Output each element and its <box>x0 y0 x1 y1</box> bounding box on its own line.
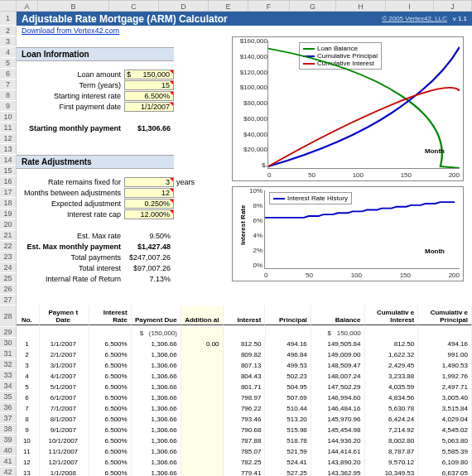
value-irr: 7.13% <box>124 275 174 283</box>
input-first_date[interactable]: 1/1/2007 <box>124 102 174 112</box>
column-headers: A B C D E F G H I J <box>0 0 472 12</box>
version-label: v 1.1 <box>453 15 467 22</box>
input-term[interactable]: 15 <box>124 80 174 90</box>
input-start_rate[interactable]: 6.500% <box>124 91 174 101</box>
input-fixed[interactable]: 3 <box>124 177 174 187</box>
value-start_pmt: $1,306.66 <box>124 124 174 132</box>
app-title: Adjustable Rate Mortgage (ARM) Calculato… <box>22 13 228 25</box>
balance-chart: Loan Balance Cumulative Principal Cumula… <box>232 36 464 181</box>
spreadsheet: A B C D E F G H I J 1 Adjustable Rate Mo… <box>0 0 472 476</box>
schedule-row: 131/1/20086.500%1,306.66 779.41527.25143… <box>17 467 472 476</box>
input-months[interactable]: 12 <box>124 188 174 198</box>
value-totint: $97,007.26 <box>124 264 174 272</box>
title-bar: Adjustable Rate Mortgage (ARM) Calculato… <box>17 12 472 26</box>
value-totpmt: $247,007.26 <box>124 253 174 262</box>
value-maxrate: 9.50% <box>124 232 174 240</box>
schedule-header: No. Paymen t Date Interest Rate Payment … <box>17 305 472 325</box>
rate-history-chart: Interest Rate History Interest Rate 10%8… <box>232 186 464 281</box>
input-amount[interactable]: $150,000 <box>124 70 174 79</box>
input-expected[interactable]: 0.250% <box>124 199 174 209</box>
copyright-link[interactable]: © 2005 Vertex42, LLC <box>382 15 447 22</box>
download-link[interactable]: Download from Vertex42.com <box>17 26 119 35</box>
value-maxpmt: $1,427.48 <box>124 243 174 251</box>
input-cap[interactable]: 12.000% <box>124 209 174 219</box>
